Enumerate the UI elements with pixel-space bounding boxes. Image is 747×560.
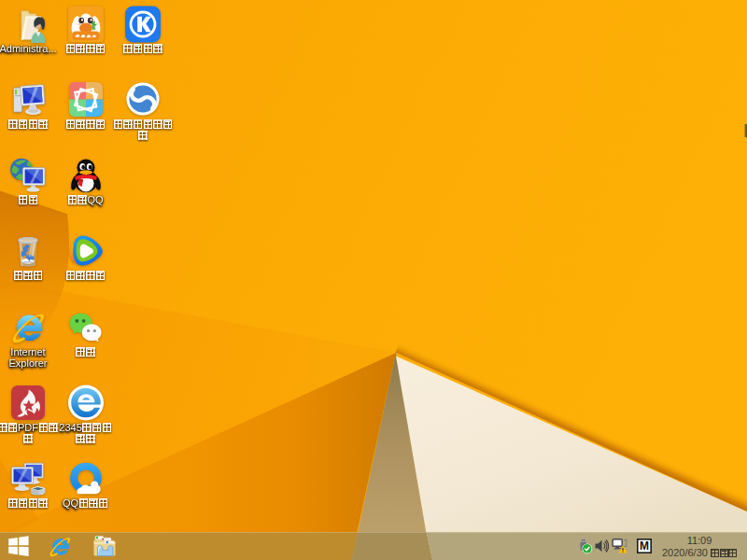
svg-text:M: M: [640, 539, 649, 553]
